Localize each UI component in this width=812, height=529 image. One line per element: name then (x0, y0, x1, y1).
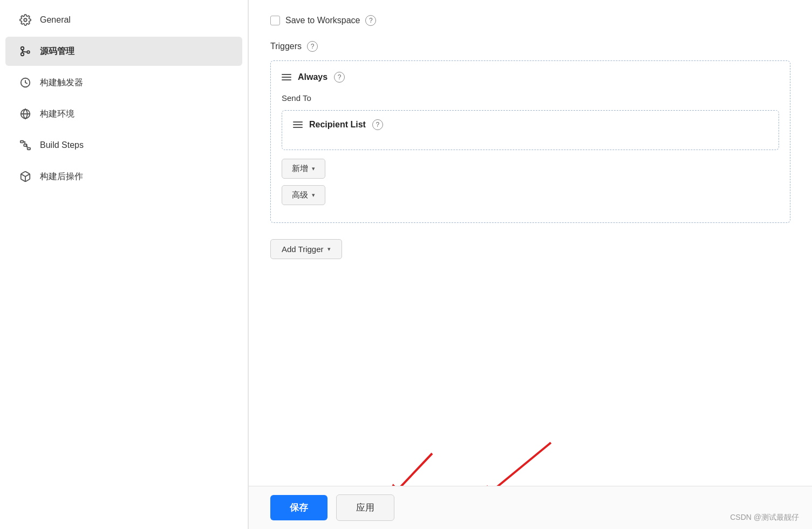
recipient-drag-handle[interactable] (293, 121, 303, 128)
sidebar-item-source-control[interactable]: 源码管理 (5, 37, 242, 66)
content-inner: Save to Workspace ? Triggers ? (249, 0, 812, 270)
always-card-header: Always ? (282, 72, 779, 83)
add-dropdown-button[interactable]: 新增 ▾ (282, 159, 325, 179)
triggers-label: Triggers (270, 42, 302, 51)
triggers-row: Triggers ? (270, 41, 790, 52)
workspace-help-icon[interactable]: ? (365, 15, 376, 26)
recipient-list-title: Recipient List (309, 120, 366, 130)
advanced-btn-row: 高级 ▾ (282, 185, 779, 205)
always-card: Always ? Send To (270, 60, 790, 223)
add-trigger-button[interactable]: Add Trigger ▾ (270, 239, 342, 259)
workspace-label: Save to Workspace (285, 16, 360, 25)
sidebar-item-label: General (40, 15, 71, 25)
svg-rect-6 (21, 141, 24, 143)
sidebar-item-label: Build Steps (40, 140, 84, 150)
advanced-chevron-icon: ▾ (312, 192, 315, 199)
sidebar: General 源码管理 构建触发器 (0, 0, 248, 529)
save-workspace-checkbox[interactable] (270, 16, 280, 25)
add-trigger-chevron-icon: ▾ (327, 246, 331, 253)
content-area: Save to Workspace ? Triggers ? (249, 0, 812, 421)
branch-icon (18, 44, 32, 58)
globe-icon (18, 107, 32, 121)
workspace-row: Save to Workspace ? (270, 11, 790, 26)
always-card-title: Always (298, 72, 327, 82)
svg-point-0 (24, 18, 27, 22)
bottom-section: 保存 应用 (249, 421, 812, 529)
sidebar-item-post-build[interactable]: 构建后操作 (5, 162, 242, 191)
gear-icon (18, 13, 32, 27)
bottom-bar: 保存 应用 (249, 486, 812, 529)
always-card-help-icon[interactable]: ? (334, 72, 345, 83)
svg-rect-8 (28, 148, 30, 150)
steps-icon (18, 138, 32, 152)
add-btn-row: 新增 ▾ (282, 159, 779, 179)
triggers-help-icon[interactable]: ? (307, 41, 318, 52)
clock-icon (18, 76, 32, 90)
save-button[interactable]: 保存 (270, 495, 327, 520)
sidebar-item-label: 构建环境 (40, 108, 74, 120)
sidebar-item-build-trigger[interactable]: 构建触发器 (5, 68, 242, 97)
svg-point-1 (21, 47, 24, 50)
add-chevron-icon: ▾ (312, 165, 315, 172)
box-icon (18, 169, 32, 184)
sidebar-item-label: 源码管理 (40, 46, 74, 57)
svg-point-2 (21, 53, 24, 56)
main-content: Save to Workspace ? Triggers ? (249, 0, 812, 529)
sidebar-item-label: 构建触发器 (40, 77, 83, 89)
sidebar-item-build-steps[interactable]: Build Steps (5, 131, 242, 160)
sidebar-item-general[interactable]: General (5, 5, 242, 35)
send-to-label: Send To (282, 93, 779, 103)
sidebar-item-build-env[interactable]: 构建环境 (5, 99, 242, 128)
always-drag-handle[interactable] (282, 74, 291, 80)
apply-button[interactable]: 应用 (336, 494, 394, 521)
svg-point-3 (27, 51, 30, 53)
advanced-dropdown-button[interactable]: 高级 ▾ (282, 185, 325, 205)
recipient-list-card: Recipient List ? (282, 110, 779, 150)
sidebar-item-label: 构建后操作 (40, 171, 83, 182)
recipient-list-help-icon[interactable]: ? (372, 119, 383, 130)
watermark: CSDN @测试最靓仔 (730, 513, 799, 523)
recipient-list-header: Recipient List ? (293, 119, 768, 130)
